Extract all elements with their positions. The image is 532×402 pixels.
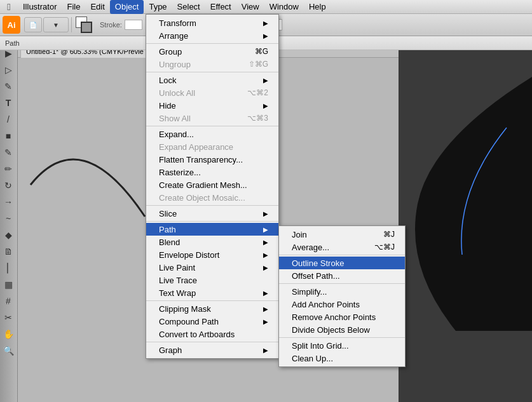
clean-up-item[interactable]: Clean Up...: [279, 352, 405, 365]
warp-tool[interactable]: ~: [0, 210, 17, 227]
eyedropper-tool[interactable]: 🗎: [0, 243, 17, 260]
stroke-fill-widget[interactable]: [74, 15, 96, 34]
illustrator-menu-item[interactable]: Illustrator: [18, 0, 62, 14]
ungroup-menu-item[interactable]: Ungroup ⇧⌘G: [146, 58, 278, 70]
transform-menu-item[interactable]: Transform ▶: [146, 17, 278, 29]
canvas-dark-area: [399, 45, 532, 402]
select-menu-item[interactable]: Select: [172, 0, 205, 14]
shape-tool[interactable]: ■: [0, 128, 17, 144]
expand-appearance-menu-item[interactable]: Expand Appearance: [146, 140, 278, 153]
text-wrap-menu-item[interactable]: Text Wrap ▶: [146, 286, 278, 299]
remove-anchor-points-item[interactable]: Remove Anchor Points: [279, 311, 405, 323]
add-anchor-points-item[interactable]: Add Anchor Points: [279, 298, 405, 311]
art-shape: [405, 77, 532, 331]
join-path-item[interactable]: Join ⌘J: [279, 228, 405, 241]
gradient-tool[interactable]: ▦: [0, 276, 17, 293]
offset-path-item[interactable]: Offset Path...: [279, 269, 405, 282]
group-menu-item[interactable]: Group ⌘G: [146, 45, 278, 58]
help-menu-item[interactable]: Help: [304, 0, 331, 14]
path-breadcrumb: Path: [5, 39, 20, 47]
convert-artboards-menu-item[interactable]: Convert to Artboards: [146, 328, 278, 340]
separator-3: [146, 126, 278, 126]
outline-stroke-path-item[interactable]: Outline Stroke: [279, 257, 405, 269]
pencil-tool[interactable]: ✏: [0, 161, 17, 177]
live-trace-menu-item[interactable]: Live Trace: [146, 274, 278, 286]
separator-4: [146, 205, 278, 206]
show-all-menu-item[interactable]: Show All ⌥⌘3: [146, 112, 278, 124]
separator-1: [146, 43, 278, 44]
flatten-transparency-menu-item[interactable]: Flatten Transparency...: [146, 153, 278, 166]
rasterize-menu-item[interactable]: Rasterize...: [146, 166, 278, 178]
mesh-tool[interactable]: #: [0, 293, 17, 309]
divide-objects-below-item[interactable]: Divide Objects Below: [279, 323, 405, 336]
path-sep-2: [279, 283, 405, 284]
new-doc-icon[interactable]: 📄: [24, 17, 42, 32]
compound-path-menu-item[interactable]: Compound Path ▶: [146, 315, 278, 328]
hide-menu-item[interactable]: Hide ▶: [146, 99, 278, 112]
split-into-grid-item[interactable]: Split Into Grid...: [279, 339, 405, 352]
object-menu-item[interactable]: Object: [110, 0, 144, 14]
direct-selection-tool[interactable]: ▷: [0, 62, 17, 78]
measure-tool[interactable]: ⎢: [0, 260, 17, 276]
zoom-tool[interactable]: 🔍: [0, 342, 17, 359]
rotate-tool[interactable]: ↻: [0, 177, 17, 194]
stroke-color-box[interactable]: [125, 20, 142, 30]
stroke-label: Stroke:: [100, 21, 122, 29]
type-menu-item[interactable]: Type: [144, 0, 172, 14]
separator-7: [146, 342, 278, 342]
average-path-item[interactable]: Average... ⌥⌘J: [279, 241, 405, 253]
ai-logo: Ai: [3, 16, 20, 34]
scissors-tool[interactable]: ✂: [0, 309, 17, 326]
path-menu-item[interactable]: Path ▶: [146, 223, 278, 236]
create-gradient-mesh-menu-item[interactable]: Create Gradient Mesh...: [146, 178, 278, 191]
graph-menu-item[interactable]: Graph ▶: [146, 344, 278, 356]
live-paint-menu-item[interactable]: Live Paint ▶: [146, 261, 278, 274]
hand-tool[interactable]: ✋: [0, 326, 17, 342]
apple-menu[interactable]: : [3, 0, 15, 14]
type-tool[interactable]: T: [0, 95, 17, 111]
path-submenu: Join ⌘J Average... ⌥⌘J Outline Stroke Of…: [278, 225, 406, 367]
envelope-distort-menu-item[interactable]: Envelope Distort ▶: [146, 248, 278, 261]
separator-2: [146, 72, 278, 72]
separator-5: [146, 221, 278, 222]
create-object-mosaic-menu-item[interactable]: Create Object Mosaic...: [146, 191, 278, 204]
edit-menu-item[interactable]: Edit: [85, 0, 109, 14]
path-sep-1: [279, 255, 405, 255]
slice-menu-item[interactable]: Slice ▶: [146, 207, 278, 220]
effect-menu-item[interactable]: Effect: [205, 0, 236, 14]
blend-tool[interactable]: ◆: [0, 227, 17, 243]
left-tool-panel: ▶ ▷ ✎ T / ■ ✎ ✏ ↻ → ~ ◆ 🗎 ⎢ ▦ # ✂ ✋ 🔍: [0, 45, 18, 402]
unlock-all-menu-item[interactable]: Unlock All ⌥⌘2: [146, 86, 278, 99]
window-menu-item[interactable]: Window: [264, 0, 304, 14]
scale-tool[interactable]: →: [0, 194, 17, 210]
open-icon[interactable]: ▼: [43, 17, 69, 32]
separator-6: [146, 300, 278, 301]
line-tool[interactable]: /: [0, 111, 17, 128]
menu-bar:  Illustrator File Edit Object Type Sele…: [0, 0, 532, 14]
file-menu-item[interactable]: File: [62, 0, 85, 14]
lock-menu-item[interactable]: Lock ▶: [146, 74, 278, 86]
view-menu-item[interactable]: View: [236, 0, 264, 14]
paintbrush-tool[interactable]: ✎: [0, 144, 17, 161]
arrange-menu-item[interactable]: Arrange ▶: [146, 29, 278, 42]
path-sep-3: [279, 337, 405, 338]
pen-tool[interactable]: ✎: [0, 78, 17, 95]
object-dropdown-menu: Transform ▶ Arrange ▶ Group ⌘G Ungroup ⇧…: [146, 14, 279, 359]
simplify-path-item[interactable]: Simplify...: [279, 285, 405, 298]
blend-menu-item[interactable]: Blend ▶: [146, 236, 278, 248]
expand-menu-item[interactable]: Expand...: [146, 128, 278, 140]
clipping-mask-menu-item[interactable]: Clipping Mask ▶: [146, 302, 278, 315]
